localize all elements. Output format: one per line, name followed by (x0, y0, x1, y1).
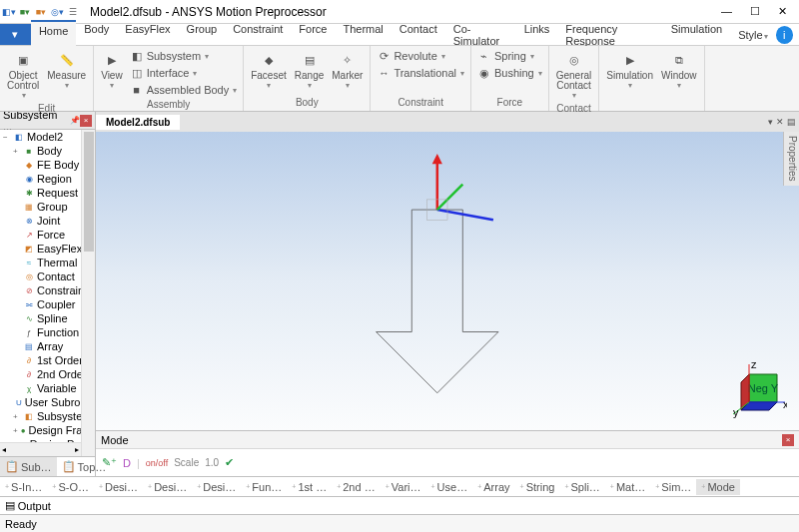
bottom-tab-8[interactable]: +Vari… (381, 479, 426, 495)
ribbon-btn-assembled-body[interactable]: ■Assembled Body▾ (128, 82, 240, 98)
minimize-button[interactable]: — (721, 5, 732, 18)
menu-tab-home[interactable]: Home (31, 20, 76, 50)
menu-tab-contact[interactable]: Contact (392, 20, 445, 50)
qa-icon-1[interactable]: ◧▾ (2, 5, 16, 19)
bottom-tab-9[interactable]: +Use… (426, 479, 473, 495)
menu-tab-body[interactable]: Body (76, 20, 117, 50)
mode-d-icon[interactable]: D (123, 457, 131, 469)
menu-tab-links[interactable]: Links (516, 20, 558, 50)
bottom-tab-7[interactable]: +2nd … (332, 479, 381, 495)
ribbon-btn-simulation[interactable]: ▶Simulation▾ (603, 48, 656, 92)
ribbon-group-force: ⌁Spring▾◉Bushing▾Force (471, 46, 549, 111)
ribbon-btn-general-contact[interactable]: ◎GeneralContact▾ (553, 48, 595, 102)
bottom-tab-13[interactable]: +Mat… (605, 479, 650, 495)
ribbon-group-label: Constraint (375, 96, 466, 109)
qa-icon-3[interactable]: ■▾ (34, 5, 48, 19)
tree-tab-subsystem[interactable]: 📋 Sub… (0, 457, 57, 476)
ribbon-btn-marker[interactable]: ✧Marker▾ (329, 48, 366, 92)
menu-tab-frequency-response[interactable]: Frequency Response (557, 20, 662, 50)
interface-icon: ◫ (130, 66, 144, 80)
bottom-tab-5[interactable]: +Fun… (241, 479, 287, 495)
expand-icon: + (610, 483, 614, 490)
tree-item-label: Request (37, 187, 78, 199)
mode-create-icon[interactable]: ✎⁺ (102, 456, 117, 469)
properties-tab[interactable]: Properties (783, 132, 799, 186)
region-icon: ◉ (24, 174, 34, 184)
expand-icon: + (52, 483, 56, 490)
menu-tab-group[interactable]: Group (179, 20, 226, 50)
ribbon-btn-object-control[interactable]: ▣ObjectControl▾ (4, 48, 42, 102)
bottom-tab-4[interactable]: +Desi… (192, 479, 241, 495)
bottom-tab-14[interactable]: +Sim… (650, 479, 696, 495)
menu-tab-force[interactable]: Force (291, 20, 335, 50)
ribbon-btn-subsystem[interactable]: ◧Subsystem▾ (128, 48, 240, 64)
orientation-cube[interactable]: Neg Y z x y (731, 362, 787, 418)
doc-close-icon[interactable]: ✕ (776, 117, 784, 127)
maximize-button[interactable]: ☐ (750, 5, 760, 18)
expand-icon[interactable]: + (13, 147, 21, 156)
mode-check-icon[interactable]: ✔ (225, 456, 234, 469)
doc-menu-icon[interactable]: ▤ (787, 117, 796, 127)
bottom-tab-3[interactable]: +Desi… (143, 479, 192, 495)
bottom-tab-0[interactable]: +S-In… (0, 479, 47, 495)
ribbon-btn-view[interactable]: ▶View▾ (98, 48, 126, 92)
expand-icon[interactable]: − (3, 133, 11, 142)
range-icon: ▤ (300, 50, 320, 70)
viewport-3d[interactable]: Neg Y z x y (96, 132, 799, 430)
mode-toolbar: ✎⁺ D | on/off Scale 1.0 ✔ (96, 449, 799, 476)
menu-tab-thermal[interactable]: Thermal (335, 20, 391, 50)
style-menu[interactable]: Style▾ (730, 26, 775, 44)
ribbon-btn-measure[interactable]: 📏Measure▾ (44, 48, 89, 92)
fe-body-icon: ◆ (24, 160, 34, 170)
expand-icon: + (99, 483, 103, 490)
expand-icon[interactable]: + (13, 412, 21, 421)
bottom-tab-6[interactable]: +1st … (287, 479, 332, 495)
tree-item-label: Array (37, 340, 63, 352)
qa-icon-2[interactable]: ■▾ (18, 5, 32, 19)
doc-dropdown-icon[interactable]: ▾ (768, 117, 773, 127)
qa-icon-5[interactable]: ☰ (66, 5, 80, 19)
revolute-icon: ⟳ (377, 49, 391, 63)
ribbon-btn-translational[interactable]: ↔Translational▾ (375, 65, 466, 81)
tree-item-label: Constraint (37, 284, 87, 296)
menu-tab-constraint[interactable]: Constraint (225, 20, 291, 50)
ribbon-btn-interface[interactable]: ◫Interface▾ (128, 65, 240, 81)
close-button[interactable]: ✕ (778, 5, 787, 18)
tree-item-label: EasyFlex (37, 243, 82, 255)
ribbon-btn-window[interactable]: ⧉Window▾ (658, 48, 700, 92)
bottom-tab-11[interactable]: +String (515, 479, 560, 495)
tree-close-button[interactable]: × (80, 115, 92, 127)
ribbon-group-body: ◆Faceset▾▤Range▾✧Marker▾Body (244, 46, 371, 111)
bottom-tab-15[interactable]: +Mode (696, 479, 740, 495)
expand-icon[interactable]: + (13, 426, 18, 435)
qa-icon-4[interactable]: ◎▾ (50, 5, 64, 19)
bottom-tab-10[interactable]: +Array (472, 479, 514, 495)
menu-tab-co-simulator[interactable]: Co-Simulator (445, 20, 516, 50)
main-panel: Model2.dfsub ▾ ✕ ▤ (96, 112, 799, 476)
pin-icon[interactable]: 📌 (70, 116, 80, 125)
2nd-order-icon: ∂ (24, 369, 34, 379)
menu-tab-simulation[interactable]: Simulation (663, 20, 730, 50)
ribbon-btn-range[interactable]: ▤Range▾ (292, 48, 327, 92)
bottom-tab-12[interactable]: +Spli… (559, 479, 604, 495)
output-icon: ▤ (5, 499, 15, 512)
ribbon-group-label: Body (248, 96, 366, 109)
document-tab[interactable]: Model2.dfsub (96, 115, 180, 130)
simulation-icon: ▶ (620, 50, 640, 70)
tree-scrollbar[interactable] (81, 130, 95, 456)
ribbon-btn-spring[interactable]: ⌁Spring▾ (475, 48, 544, 64)
mode-toggle-icon[interactable]: on/off (146, 458, 168, 468)
tree-item-label: Variable (37, 382, 77, 394)
output-bar[interactable]: ▤ Output (0, 496, 799, 514)
app-menu-button[interactable]: ▾ (0, 24, 31, 45)
ribbon-btn-faceset[interactable]: ◆Faceset▾ (248, 48, 290, 92)
mode-close-button[interactable]: × (782, 434, 794, 446)
tree-h-scroll[interactable]: ◂▸ (0, 442, 81, 456)
ribbon-btn-bushing[interactable]: ◉Bushing▾ (475, 65, 544, 81)
bottom-tab-1[interactable]: +S-O… (47, 479, 94, 495)
info-button[interactable]: i (776, 26, 793, 44)
bottom-tab-2[interactable]: +Desi… (94, 479, 143, 495)
ribbon-btn-revolute[interactable]: ⟳Revolute▾ (375, 48, 466, 64)
menu-tab-easyflex[interactable]: EasyFlex (117, 20, 178, 50)
assembled-body-icon: ■ (130, 83, 144, 97)
